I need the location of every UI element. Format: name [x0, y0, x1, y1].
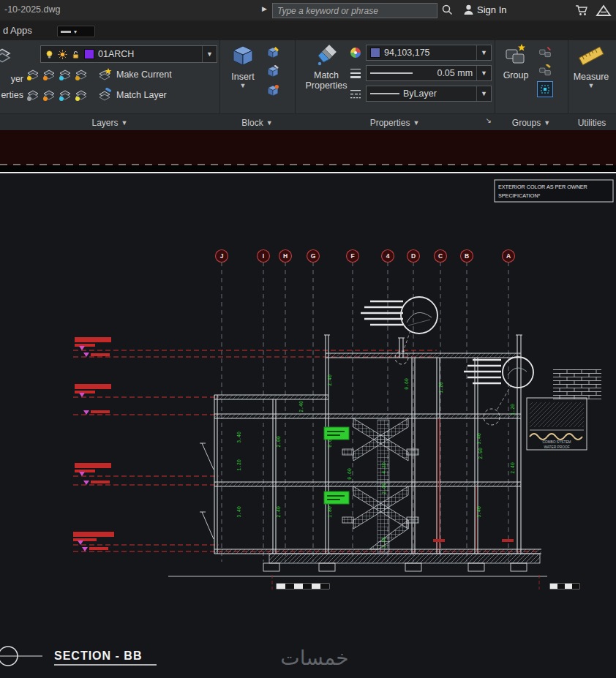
ribbon-panel-utilities: Measure ▼ Utilities: [568, 40, 616, 130]
nav-forward-icon[interactable]: ▶: [262, 5, 267, 12]
layers-panel-label[interactable]: Layers▼: [0, 113, 219, 130]
layer-thaw-sun-icon[interactable]: [58, 50, 67, 59]
group-icon: [504, 43, 527, 67]
lineweight-sample: [370, 72, 413, 74]
measure-button[interactable]: Measure ▼: [572, 43, 610, 89]
brick-hatch: [553, 369, 601, 399]
ribbon-panel-properties: Match Properties 94,: [295, 40, 495, 130]
layer-combo-dropdown-icon[interactable]: ▼: [202, 46, 213, 62]
layer-unlock-icon[interactable]: [71, 50, 80, 59]
layer-properties-icon[interactable]: [0, 46, 12, 65]
svg-text:G: G: [311, 252, 316, 260]
match-layer-button[interactable]: Match Layer: [98, 88, 167, 102]
svg-text:SPECIFICATION*: SPECIFICATION*: [498, 192, 541, 199]
section-drawing: J I H G F 4 D C B A: [0, 130, 616, 678]
svg-text:4.20: 4.20: [382, 462, 387, 474]
make-current-icon: [98, 67, 113, 82]
properties-panel-label[interactable]: Properties▼: [295, 113, 495, 130]
svg-text:0.60: 0.60: [348, 468, 353, 480]
document-filename: -10-2025.dwg: [4, 4, 60, 15]
layer-off-icon[interactable]: [57, 67, 73, 83]
block-editor-icon[interactable]: [265, 64, 281, 80]
create-block-icon[interactable]: [265, 45, 281, 61]
block-panel-label[interactable]: Block▼: [219, 113, 295, 130]
svg-text:I: I: [263, 252, 264, 260]
quick-toolbar-widget[interactable]: ▾: [57, 26, 95, 37]
layer-walk-icon[interactable]: [25, 87, 41, 103]
search-icon[interactable]: [441, 4, 454, 16]
chevron-down-icon: ▼: [266, 119, 273, 127]
scale-bars: [277, 584, 579, 589]
ribbon: yer erties 01ARCH ▼: [0, 40, 616, 130]
app-tab-label[interactable]: d Apps: [3, 25, 32, 36]
layer-properties-label-cut[interactable]: yer: [0, 74, 23, 84]
linetype-sample: [370, 93, 399, 94]
object-color-combo[interactable]: 94,103,175 ▼: [366, 45, 492, 61]
insert-block-button[interactable]: Insert ▼: [225, 43, 260, 89]
svg-text:F: F: [350, 252, 354, 260]
help-search-box[interactable]: [272, 3, 437, 18]
group-selection-toggle-icon[interactable]: [537, 81, 553, 97]
layer-freeze-icon[interactable]: [41, 67, 57, 83]
membrane-squiggle: [530, 434, 582, 440]
dimension-labels: 3.40 3.40 1.20 2.00 2.40 2.40 2.40 0.60 …: [237, 374, 516, 549]
app-tab-bar: d Apps ▾: [0, 20, 616, 40]
search-input[interactable]: [273, 6, 437, 16]
linetype-dropdown-icon[interactable]: ▼: [476, 86, 487, 101]
svg-text:C: C: [438, 252, 443, 260]
sign-in-link[interactable]: Sign In: [477, 4, 506, 15]
match-properties-button[interactable]: Match Properties: [305, 43, 348, 91]
ungroup-icon[interactable]: [537, 45, 553, 61]
layer-on-bulb-icon[interactable]: [45, 50, 54, 59]
lineweight-dropdown-icon[interactable]: ▼: [476, 66, 487, 80]
chevron-down-icon: ▼: [121, 119, 128, 127]
layer-tools-row2: Match Layer: [25, 86, 167, 104]
level-marker-triangles: [78, 346, 89, 551]
layer-freeze2-icon[interactable]: [57, 87, 73, 103]
svg-text:1.20: 1.20: [511, 404, 516, 415]
layer-color-swatch[interactable]: [84, 49, 94, 59]
object-color-value: 94,103,175: [384, 48, 473, 58]
lineweight-combo[interactable]: 0.05 mm ▼: [366, 65, 492, 81]
user-icon[interactable]: [462, 4, 475, 16]
layer-unlock-all-icon[interactable]: [73, 87, 89, 103]
chevron-down-icon: ▼: [544, 119, 550, 127]
insert-block-icon: [230, 43, 255, 68]
svg-text:2.65: 2.65: [382, 483, 387, 494]
drawing-canvas[interactable]: J I H G F 4 D C B A: [0, 130, 616, 678]
group-edit-icon[interactable]: [537, 63, 553, 79]
match-properties-icon: [315, 43, 338, 67]
toolbar-handle-icon: [61, 31, 71, 33]
lineweight-icon: [349, 67, 362, 80]
block-attributes-icon[interactable]: [265, 83, 281, 99]
object-color-swatch: [370, 48, 380, 58]
svg-text:2.00: 2.00: [277, 436, 282, 448]
svg-text:3.40: 3.40: [477, 433, 482, 445]
layer-thaw-all-icon[interactable]: [41, 87, 57, 103]
layer-properties-label-cut2[interactable]: erties: [0, 90, 23, 100]
section-title-block: SECTION - BB: [0, 647, 157, 666]
svg-text:EXTERIOR COLOR AS PER OWNER: EXTERIOR COLOR AS PER OWNER: [498, 184, 587, 190]
waterproof-detail: COMBO SYSTEM WATER PROOF: [527, 369, 601, 450]
utilities-panel-label[interactable]: Utilities: [568, 113, 616, 130]
chevron-down-icon: ▼: [588, 82, 595, 89]
canvas-maroon-band: [0, 130, 616, 165]
properties-dialog-launcher-icon[interactable]: ↘: [486, 116, 492, 124]
groups-panel-label[interactable]: Groups▼: [495, 113, 568, 130]
layer-isolate-icon[interactable]: [25, 67, 41, 83]
layer-lock-icon[interactable]: [73, 67, 89, 83]
svg-text:A: A: [506, 252, 511, 260]
ribbon-panel-block: Insert ▼ Block▼: [219, 40, 296, 130]
svg-text:B: B: [465, 252, 469, 260]
title-bar: -10-2025.dwg ▶ Sign In: [0, 0, 616, 20]
linetype-combo[interactable]: ByLayer ▼: [366, 86, 492, 102]
group-button[interactable]: Group: [499, 43, 533, 80]
cart-icon[interactable]: [575, 4, 589, 17]
color-combo-dropdown-icon[interactable]: ▼: [476, 45, 487, 60]
svg-text:1.20: 1.20: [237, 459, 242, 471]
make-current-button[interactable]: Make Current: [98, 67, 172, 82]
svg-text:H: H: [283, 252, 288, 260]
svg-text:COMBO SYSTEM: COMBO SYSTEM: [542, 440, 571, 444]
layer-select-combo[interactable]: 01ARCH ▼: [40, 45, 217, 63]
autodesk-logo-icon[interactable]: [596, 4, 612, 18]
